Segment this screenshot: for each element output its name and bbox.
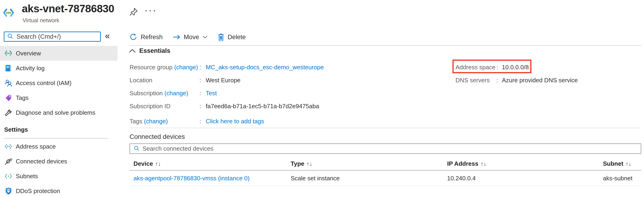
column-header-device[interactable]: Device↑↓ (134, 160, 161, 167)
sidebar-item-label: DDoS protection (16, 188, 60, 195)
essentials-row-subscription: Subscription (change) : Test (130, 87, 454, 100)
subscription-id-value: fa7eed6a-b71a-1ec5-b71a-b7d2e9475aba (206, 103, 319, 110)
collapse-sidebar-button[interactable]: « (105, 31, 110, 41)
pin-icon (129, 13, 138, 17)
sidebar-item-label: Activity log (16, 65, 44, 72)
sidebar-item-connected-devices[interactable]: Connected devices (0, 154, 118, 169)
plug-icon (4, 157, 12, 165)
search-icon (7, 33, 13, 40)
pin-button[interactable] (129, 7, 138, 17)
sidebar-item-label: Overview (16, 50, 41, 57)
move-arrow-icon (173, 34, 180, 40)
device-subnet-cell: aks-subnet (603, 175, 632, 182)
essentials-row-subscription-id: Subscription ID : fa7eed6a-b71a-1ec5-b71… (130, 100, 454, 113)
table-row: aks-agentpool-78786830-vmss (instance 0)… (130, 171, 641, 186)
activity-log-icon (4, 64, 12, 72)
essentials-left-column: Resource group (change) : MC_aks-setup-d… (130, 61, 454, 128)
page-subtitle: Virtual network (22, 17, 59, 24)
sidebar-nav: Overview Activity log Access control (IA… (0, 46, 118, 120)
sidebar-item-overview[interactable]: Overview (0, 46, 118, 61)
command-bar: Refresh Move Delete (130, 31, 256, 43)
essentials-divider (130, 128, 641, 128)
delete-button[interactable]: Delete (218, 33, 246, 41)
column-header-type[interactable]: Type↑↓ (291, 160, 312, 167)
sidebar-item-label: Connected devices (16, 158, 67, 165)
location-value: West Europe (206, 77, 240, 84)
sidebar-item-label: Address space (16, 143, 56, 150)
essentials-row-location: Location : West Europe (130, 74, 454, 87)
change-resource-group-link[interactable]: (change) (174, 64, 198, 71)
essentials-row-dns-servers: DNS servers : Azure provided DNS service (456, 74, 632, 87)
access-control-icon (4, 79, 12, 87)
virtual-network-icon (3, 8, 14, 18)
dns-servers-value: Azure provided DNS service (502, 77, 578, 84)
address-space-value: 10.0.0.0/8 (502, 64, 529, 71)
sort-icon: ↑↓ (480, 161, 486, 167)
sidebar-search-box[interactable] (4, 31, 101, 42)
refresh-button[interactable]: Refresh (130, 33, 163, 41)
essentials-row-tags: Tags (change) : Click here to add tags (130, 115, 454, 128)
sort-icon: ↑↓ (155, 161, 161, 167)
move-button[interactable]: Move (173, 34, 208, 41)
device-type-cell: Scale set instance (291, 175, 340, 182)
subnet-icon (4, 173, 12, 179)
sidebar-item-address-space[interactable]: Address space (0, 139, 118, 154)
sidebar-item-label: Tags (16, 94, 28, 102)
sidebar-item-tags[interactable]: Tags (0, 90, 118, 105)
device-link[interactable]: aks-agentpool-78786830-vmss (instance 0) (134, 175, 250, 182)
sidebar-settings-nav: Address space Connected devices Subnets (0, 139, 118, 197)
sidebar-item-access-control[interactable]: Access control (IAM) (0, 76, 118, 90)
trash-icon (218, 33, 224, 41)
essentials-right-column: Address space : 10.0.0.0/8 DNS servers :… (456, 61, 632, 87)
wrench-icon (4, 109, 12, 117)
essentials-row-address-space: Address space : 10.0.0.0/8 (456, 61, 632, 74)
toolbar-divider (130, 45, 641, 46)
connected-devices-title: Connected devices (130, 133, 185, 141)
sidebar-search-input[interactable] (16, 33, 100, 40)
devices-table-header: Device↑↓ Type↑↓ IP Address↑↓ Subnet↑↓ (130, 157, 641, 170)
page-title: aks-vnet-78786830 (22, 2, 114, 15)
change-tags-link[interactable]: (change) (144, 118, 168, 125)
column-header-subnet[interactable]: Subnet↑↓ (603, 160, 632, 167)
sidebar-section-settings: Settings (4, 126, 28, 133)
vnet-icon (4, 50, 12, 56)
chevron-down-icon (202, 35, 208, 39)
connected-devices-search-box[interactable] (130, 144, 641, 154)
sidebar-item-label: Subnets (16, 173, 38, 180)
sidebar-item-label: Access control (IAM) (16, 79, 72, 87)
add-tags-link[interactable]: Click here to add tags (206, 118, 264, 125)
sort-icon: ↑↓ (626, 161, 632, 167)
column-header-ip-address[interactable]: IP Address↑↓ (447, 160, 486, 167)
subscription-link[interactable]: Test (206, 90, 217, 97)
tag-icon (4, 94, 12, 102)
refresh-icon (130, 33, 137, 41)
sidebar-item-label: Diagnose and solve problems (16, 109, 96, 116)
address-space-icon (4, 144, 12, 149)
sidebar-item-diagnose[interactable]: Diagnose and solve problems (0, 105, 118, 120)
chevron-up-icon (129, 49, 136, 53)
connected-devices-search-input[interactable] (142, 145, 641, 152)
essentials-row-resource-group: Resource group (change) : MC_aks-setup-d… (130, 61, 454, 74)
sidebar-section-divider (4, 138, 108, 139)
resource-group-link[interactable]: MC_aks-setup-docs_esc-demo_westeurope (206, 64, 324, 71)
essentials-toggle[interactable]: Essentials (129, 47, 170, 54)
essentials-title: Essentials (139, 47, 170, 54)
sidebar-item-subnets[interactable]: Subnets (0, 169, 118, 184)
more-options-button[interactable]: ··· (144, 5, 157, 16)
device-ip-cell: 10.240.0.4 (447, 175, 476, 182)
change-subscription-link[interactable]: (change) (164, 90, 188, 97)
sidebar-item-ddos-protection[interactable]: DDoS protection (0, 184, 118, 197)
sort-icon: ↑↓ (307, 161, 312, 167)
search-icon (134, 145, 140, 152)
sidebar-item-activity-log[interactable]: Activity log (0, 61, 118, 76)
shield-icon (4, 187, 12, 195)
